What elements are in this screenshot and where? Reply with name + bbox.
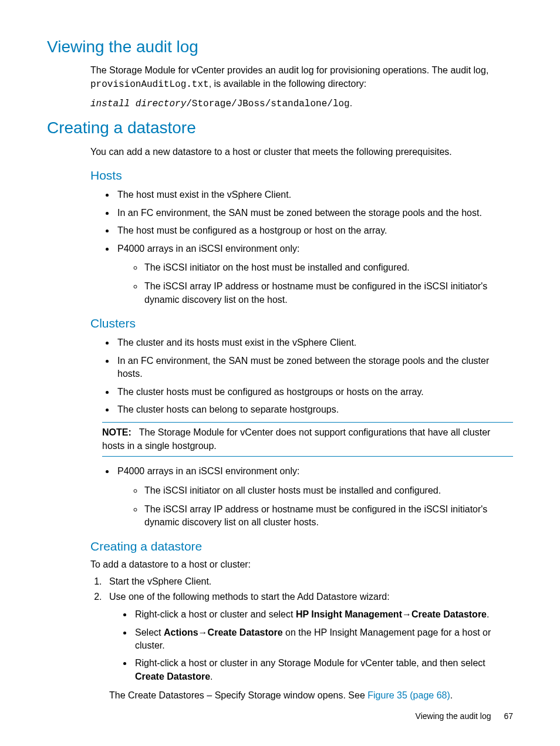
list-clusters: The cluster and its hosts must exist in … <box>90 336 513 416</box>
heading-clusters: Clusters <box>90 315 513 332</box>
link-figure-ref[interactable]: Figure 35 (page 68) <box>367 690 450 700</box>
list-item: In an FC environment, the SAN must be zo… <box>115 355 513 381</box>
heading-creating-datastore-sub: Creating a datastore <box>90 538 513 555</box>
sublist: The iSCSI initiator on the host must be … <box>117 261 513 306</box>
text: P4000 arrays in an iSCSI environment onl… <box>117 466 299 476</box>
text: . <box>350 98 352 108</box>
text: Right-click a host or cluster in any Sto… <box>135 658 485 668</box>
paragraph: The Storage Module for vCenter provides … <box>90 64 513 91</box>
paragraph: You can add a new datastore to a host or… <box>90 146 513 158</box>
list-item: P4000 arrays in an iSCSI environment onl… <box>115 242 513 307</box>
list-item: Use one of the following methods to star… <box>104 590 513 703</box>
code-path-var: install directory <box>90 99 186 109</box>
page-footer: Viewing the audit log 67 <box>416 711 513 723</box>
list-item: The cluster hosts can belong to separate… <box>115 403 513 416</box>
heading-creating-datastore: Creating a datastore <box>47 116 513 139</box>
paragraph: To add a datastore to a host or cluster: <box>90 558 513 571</box>
ordered-list-steps: Start the vSphere Client. Use one of the… <box>90 575 513 703</box>
list-item: The iSCSI array IP address or hostname m… <box>143 280 513 306</box>
text: . <box>487 609 489 619</box>
heading-hosts: Hosts <box>90 167 513 184</box>
menu-path: Actions <box>164 627 198 637</box>
menu-path: HP Insight Management <box>296 609 402 619</box>
list-item: The iSCSI array IP address or hostname m… <box>143 503 513 529</box>
text: . <box>450 690 453 700</box>
page-number: 67 <box>504 711 513 721</box>
note-label: NOTE: <box>102 427 131 437</box>
menu-path: Create Datastore <box>208 627 283 637</box>
text: . <box>210 671 212 681</box>
list-item: Right-click a host or cluster and select… <box>133 608 513 621</box>
list-item: The host must exist in the vSphere Clien… <box>115 188 513 201</box>
sublist: The iSCSI initiator on all cluster hosts… <box>117 484 513 529</box>
note-text: The Storage Module for vCenter does not … <box>102 427 490 450</box>
arrow-icon: → <box>402 609 411 619</box>
text: Select <box>135 627 164 637</box>
text: Right-click a host or cluster and select <box>135 609 296 619</box>
paragraph-path: install directory/Storage/JBoss/standalo… <box>90 97 513 110</box>
list-item: The host must be configured as a hostgro… <box>115 224 513 237</box>
sublist-methods: Right-click a host or cluster and select… <box>109 608 513 683</box>
list-item: The cluster and its hosts must exist in … <box>115 336 513 349</box>
text: The Create Datastores – Specify Storage … <box>109 690 367 700</box>
text: Use one of the following methods to star… <box>109 592 390 602</box>
list-hosts: The host must exist in the vSphere Clien… <box>90 188 513 306</box>
menu-path: Create Datastore <box>411 609 487 619</box>
list-clusters-cont: P4000 arrays in an iSCSI environment onl… <box>90 465 513 529</box>
list-item: The cluster hosts must be configured as … <box>115 386 513 399</box>
list-item: P4000 arrays in an iSCSI environment onl… <box>115 465 513 529</box>
code-path: /Storage/JBoss/standalone/log <box>186 99 349 109</box>
text: The Storage Module for vCenter provides … <box>90 65 488 75</box>
code-filename: provisionAuditLog.txt <box>90 79 209 90</box>
list-item: Start the vSphere Client. <box>104 575 513 588</box>
footer-title: Viewing the audit log <box>416 711 491 721</box>
list-item: The iSCSI initiator on all cluster hosts… <box>143 484 513 497</box>
note-box: NOTE: The Storage Module for vCenter doe… <box>102 422 513 457</box>
menu-path: Create Datastore <box>135 671 210 681</box>
list-item: Select Actions→Create Datastore on the H… <box>133 626 513 653</box>
list-item: The iSCSI initiator on the host must be … <box>143 261 513 274</box>
list-item: Right-click a host or cluster in any Sto… <box>133 657 513 683</box>
heading-viewing-audit-log: Viewing the audit log <box>47 35 513 58</box>
text: P4000 arrays in an iSCSI environment onl… <box>117 244 299 254</box>
arrow-icon: → <box>198 627 208 637</box>
list-item: In an FC environment, the SAN must be zo… <box>115 207 513 220</box>
text: , is available in the following director… <box>209 79 367 89</box>
